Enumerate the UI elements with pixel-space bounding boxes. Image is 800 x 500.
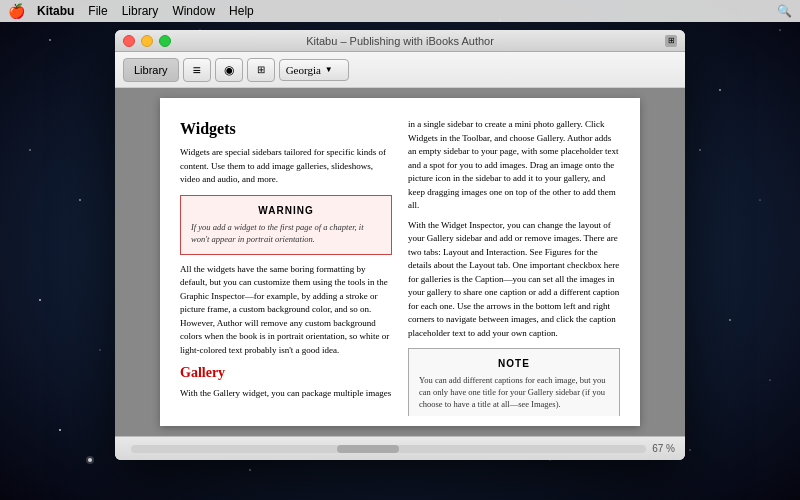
gallery-intro: With the Gallery widget, you can package… xyxy=(180,387,392,401)
search-icon[interactable]: 🔍 xyxy=(777,4,792,18)
app-menu[interactable]: Kitabu xyxy=(37,4,74,18)
svg-point-18 xyxy=(689,449,691,451)
menu-bar: 🍎 Kitabu File Library Window Help 🔍 xyxy=(0,0,800,22)
svg-point-7 xyxy=(719,89,721,91)
toolbar: Library ≡ ◉ ⊞ Georgia ▼ xyxy=(115,52,685,88)
minimize-button[interactable] xyxy=(141,35,153,47)
options-button[interactable]: ◉ xyxy=(215,58,243,82)
svg-point-11 xyxy=(699,149,701,151)
scroll-track[interactable] xyxy=(131,445,646,453)
warning-box: WARNING If you add a widget to the first… xyxy=(180,195,392,255)
traffic-lights xyxy=(123,35,171,47)
right-column: in a single sidebar to create a mini pho… xyxy=(408,118,620,416)
svg-point-10 xyxy=(79,199,81,201)
note-text: You can add different captions for each … xyxy=(419,375,609,411)
svg-point-1 xyxy=(49,39,51,41)
expand-button[interactable]: ⊞ xyxy=(665,35,677,47)
file-menu[interactable]: File xyxy=(88,4,107,18)
window-title: Kitabu – Publishing with iBooks Author xyxy=(306,35,494,47)
svg-point-23 xyxy=(86,456,94,464)
close-button[interactable] xyxy=(123,35,135,47)
svg-point-17 xyxy=(59,429,61,431)
warning-text: If you add a widget to the first page of… xyxy=(191,222,381,246)
widgets-heading: Widgets xyxy=(180,118,392,140)
note-title: NOTE xyxy=(419,357,609,371)
window-menu[interactable]: Window xyxy=(172,4,215,18)
svg-point-8 xyxy=(779,29,780,30)
svg-point-14 xyxy=(99,349,100,350)
left-column: Widgets Widgets are special sidebars tai… xyxy=(180,118,392,416)
toc-button[interactable]: ≡ xyxy=(183,58,211,82)
widgets-body: All the widgets have the same boring for… xyxy=(180,263,392,358)
maximize-button[interactable] xyxy=(159,35,171,47)
note-box: NOTE You can add different captions for … xyxy=(408,348,620,416)
svg-point-13 xyxy=(39,299,41,301)
main-window: Kitabu – Publishing with iBooks Author ⊞… xyxy=(115,30,685,460)
columns-button[interactable]: ⊞ xyxy=(247,58,275,82)
page-content: Widgets Widgets are special sidebars tai… xyxy=(160,98,640,426)
font-selector[interactable]: Georgia ▼ xyxy=(279,59,349,81)
widgets-intro: Widgets are special sidebars tailored fo… xyxy=(180,146,392,187)
right-intro: in a single sidebar to create a mini pho… xyxy=(408,118,620,213)
page-area: Widgets Widgets are special sidebars tai… xyxy=(115,88,685,436)
svg-point-9 xyxy=(29,149,31,151)
apple-menu[interactable]: 🍎 xyxy=(8,3,25,19)
gallery-heading: Gallery xyxy=(180,363,392,383)
library-button[interactable]: Library xyxy=(123,58,179,82)
warning-title: WARNING xyxy=(191,204,381,218)
titlebar: Kitabu – Publishing with iBooks Author ⊞ xyxy=(115,30,685,52)
scroll-thumb[interactable] xyxy=(337,445,399,453)
bottom-bar: 67 % xyxy=(115,436,685,460)
help-menu[interactable]: Help xyxy=(229,4,254,18)
svg-point-12 xyxy=(759,199,760,200)
svg-point-16 xyxy=(769,379,770,380)
zoom-level: 67 % xyxy=(652,443,675,454)
library-menu[interactable]: Library xyxy=(122,4,159,18)
svg-point-20 xyxy=(249,469,251,471)
svg-point-15 xyxy=(729,319,731,321)
right-para2: With the Widget Inspector, you can chang… xyxy=(408,219,620,341)
